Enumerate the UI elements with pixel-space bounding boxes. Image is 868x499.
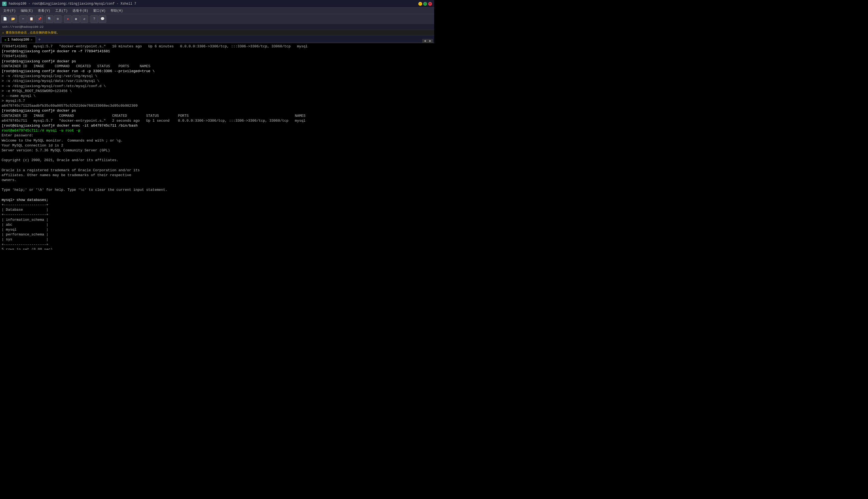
toolbar-sep-4	[89, 16, 89, 22]
toolbar-cut[interactable]: ✂	[19, 15, 27, 23]
menu-bar: 文件(F) 编辑(E) 查看(V) 工具(T) 选项卡(B) 窗口(W) 帮助(…	[0, 8, 434, 14]
toolbar-sep-2	[44, 16, 45, 22]
toolbar-sep-1	[18, 16, 18, 22]
menu-tabs[interactable]: 选项卡(B)	[70, 8, 91, 14]
info-text: 要添加当前会话，点击左侧的箭头按钮。	[6, 31, 60, 35]
toolbar-help[interactable]: ?	[91, 15, 98, 23]
toolbar-connect[interactable]: ●	[64, 15, 72, 23]
toolbar-chat[interactable]: 💬	[99, 15, 106, 23]
toolbar-paste[interactable]: 📌	[36, 15, 43, 23]
menu-window[interactable]: 窗口(W)	[91, 8, 108, 14]
toolbar-copy[interactable]: 📋	[27, 15, 35, 23]
tab-close-btn[interactable]: ✕	[31, 38, 33, 41]
tab-bar: ● 1 hadoop100 ✕ + ◄ ►	[0, 35, 434, 43]
scroll-left-btn[interactable]: ◄	[422, 39, 427, 43]
window-controls: ─ □ ✕	[418, 2, 432, 6]
menu-help[interactable]: 帮助(H)	[108, 8, 125, 14]
terminal-content: 77894f141681 mysql:5.7 "docker-entrypoin…	[2, 44, 433, 250]
menu-tools[interactable]: 工具(T)	[53, 8, 70, 14]
toolbar-settings[interactable]: ⚙	[54, 15, 62, 23]
toolbar: 📄 📂 ✂ 📋 📌 🔍 ⚙ ● ◉ ↺ ? 💬	[0, 14, 434, 24]
terminal[interactable]: 77894f141681 mysql:5.7 "docker-entrypoin…	[0, 43, 434, 250]
tab-add-button[interactable]: +	[36, 37, 43, 43]
info-bar: ⚠ 要添加当前会话，点击左侧的箭头按钮。	[0, 30, 434, 35]
toolbar-sep-3	[63, 16, 63, 22]
session-label: ssh://root@hadoop100:22	[2, 25, 44, 28]
toolbar-open[interactable]: 📂	[9, 15, 17, 23]
minimize-button[interactable]: ─	[418, 2, 422, 6]
tab-scroll-area: ◄ ►	[43, 39, 434, 43]
title-bar: X hadoop100 - root@dingjiaxiong:/dingjia…	[0, 0, 434, 8]
menu-file[interactable]: 文件(F)	[1, 8, 18, 14]
scroll-right-btn[interactable]: ►	[427, 39, 433, 43]
info-icon: ⚠	[2, 31, 4, 34]
menu-view[interactable]: 查看(V)	[36, 8, 52, 14]
toolbar-reconnect[interactable]: ↺	[80, 15, 88, 23]
menu-edit[interactable]: 编辑(E)	[19, 8, 35, 14]
toolbar-find[interactable]: 🔍	[46, 15, 53, 23]
tab-indicator: ●	[5, 39, 6, 41]
window-title: hadoop100 - root@dingjiaxiong:/dingjiaxi…	[9, 2, 136, 6]
toolbar-new[interactable]: 📄	[1, 15, 9, 23]
tab-hadoop100[interactable]: ● 1 hadoop100 ✕	[1, 36, 36, 43]
app-icon: X	[2, 2, 7, 6]
tab-label: 1 hadoop100	[8, 38, 29, 42]
session-bar: ssh://root@hadoop100:22	[0, 24, 434, 30]
maximize-button[interactable]: □	[423, 2, 427, 6]
title-bar-left: X hadoop100 - root@dingjiaxiong:/dingjia…	[2, 2, 136, 6]
close-button[interactable]: ✕	[428, 2, 432, 6]
toolbar-disconnect[interactable]: ◉	[72, 15, 80, 23]
app-window: X hadoop100 - root@dingjiaxiong:/dingjia…	[0, 0, 434, 250]
